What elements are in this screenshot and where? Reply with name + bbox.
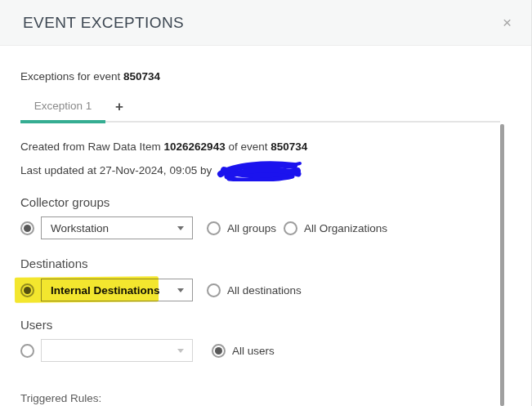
users-dropdown[interactable] [41, 339, 193, 362]
chevron-down-icon [177, 288, 184, 292]
subtitle: Exceptions for event 850734 [20, 69, 511, 83]
destinations-dropdown-value: Internal Destinations [51, 284, 160, 297]
destinations-dropdown[interactable]: Internal Destinations [41, 279, 193, 301]
active-tab-indicator [20, 120, 105, 123]
scrollbar[interactable] [500, 124, 504, 406]
created-from-line: Created from Raw Data Item 1026262943 of… [20, 140, 511, 154]
dialog-header: EVENT EXCEPTIONS × [0, 0, 531, 46]
all-organizations-label: All Organizations [304, 222, 387, 234]
created-event-id: 850734 [270, 141, 307, 153]
raw-data-item-id: 1026262943 [164, 141, 226, 153]
chevron-down-icon [177, 349, 184, 353]
subtitle-text: Exceptions for event [20, 70, 123, 83]
users-dropdown-radio[interactable] [20, 344, 34, 358]
users-heading: Users [20, 318, 511, 332]
all-groups-radio[interactable] [207, 221, 221, 235]
last-updated-line: Last updated at 27-Nov-2024, 09:05 by [20, 160, 511, 181]
event-id: 850734 [123, 70, 160, 83]
redaction-scribble [216, 160, 302, 181]
close-icon[interactable]: × [499, 13, 515, 32]
dialog-content: Exceptions for event 850734 Exception 1 … [0, 69, 531, 404]
destinations-dropdown-radio[interactable] [20, 283, 34, 297]
destinations-row: Internal Destinations All destinations [20, 279, 511, 301]
tab-label: Exception 1 [34, 100, 92, 112]
collector-groups-row: Workstation All groups All Organizations [20, 216, 511, 239]
all-organizations-radio[interactable] [284, 221, 297, 235]
users-row: All users [20, 339, 511, 362]
updated-prefix: Last updated at 27-Nov-2024, 09:05 by [20, 164, 215, 176]
add-exception-tab-button[interactable]: + [115, 100, 123, 121]
collector-group-dropdown-radio[interactable] [20, 221, 34, 235]
collector-group-dropdown[interactable]: Workstation [41, 216, 193, 239]
all-organizations-option[interactable]: All Organizations [284, 221, 387, 235]
all-groups-option[interactable]: All groups [207, 221, 276, 235]
event-exceptions-dialog: EVENT EXCEPTIONS × Exceptions for event … [0, 0, 532, 406]
all-destinations-radio[interactable] [207, 283, 221, 297]
tab-exception-1[interactable]: Exception 1 [20, 100, 105, 121]
collector-groups-heading: Collector groups [20, 195, 511, 210]
all-users-option[interactable]: All users [212, 344, 275, 358]
chevron-down-icon [177, 226, 184, 230]
dialog-title: EVENT EXCEPTIONS [23, 14, 184, 32]
destinations-heading: Destinations [20, 257, 511, 271]
all-users-label: All users [232, 345, 275, 357]
created-prefix: Created from Raw Data Item [20, 141, 164, 153]
all-destinations-option[interactable]: All destinations [207, 283, 302, 297]
triggered-rules-label: Triggered Rules: [20, 392, 511, 404]
all-groups-label: All groups [227, 222, 276, 234]
created-mid: of event [226, 141, 271, 153]
all-users-radio[interactable] [212, 344, 226, 358]
collector-group-dropdown-value: Workstation [51, 222, 109, 234]
tab-bar: Exception 1 + [20, 100, 500, 123]
all-destinations-label: All destinations [227, 284, 302, 297]
